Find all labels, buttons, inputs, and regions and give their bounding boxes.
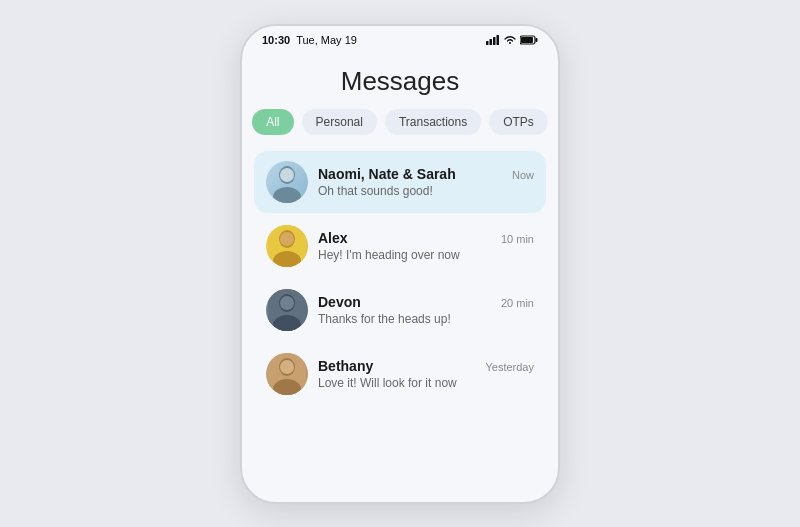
message-item-alex[interactable]: Alex 10 min Hey! I'm heading over now: [254, 215, 546, 277]
svg-point-17: [280, 296, 294, 310]
avatar-naomi: [266, 161, 308, 203]
filter-tab-all[interactable]: All: [252, 109, 293, 135]
filter-tab-transactions[interactable]: Transactions: [385, 109, 481, 135]
avatar-devon: [266, 289, 308, 331]
avatar-alex: [266, 225, 308, 267]
status-time: 10:30: [262, 34, 290, 46]
avatar-bethany: [266, 353, 308, 395]
message-content-devon: Devon 20 min Thanks for the heads up!: [318, 294, 534, 326]
svg-rect-3: [497, 35, 500, 45]
page-title: Messages: [242, 50, 558, 109]
contact-name-devon: Devon: [318, 294, 361, 310]
battery-icon: [520, 35, 538, 45]
message-time-devon: 20 min: [501, 297, 534, 309]
filter-tab-personal[interactable]: Personal: [302, 109, 377, 135]
message-item-devon[interactable]: Devon 20 min Thanks for the heads up!: [254, 279, 546, 341]
status-icons: [486, 35, 538, 45]
wifi-icon: [504, 35, 516, 45]
svg-rect-5: [521, 37, 533, 43]
svg-point-8: [273, 187, 301, 203]
message-preview-bethany: Love it! Will look for it now: [318, 376, 534, 390]
message-time-alex: 10 min: [501, 233, 534, 245]
status-date: Tue, May 19: [296, 34, 357, 46]
message-item-naomi[interactable]: Naomi, Nate & Sarah Now Oh that sounds g…: [254, 151, 546, 213]
message-preview-alex: Hey! I'm heading over now: [318, 248, 534, 262]
message-content-bethany: Bethany Yesterday Love it! Will look for…: [318, 358, 534, 390]
svg-rect-6: [536, 38, 538, 42]
message-list: Naomi, Nate & Sarah Now Oh that sounds g…: [242, 151, 558, 405]
contact-name-alex: Alex: [318, 230, 348, 246]
svg-rect-1: [490, 39, 493, 45]
filter-tab-otps[interactable]: OTPs: [489, 109, 548, 135]
phone-frame: 10:30 Tue, May 19: [240, 24, 560, 504]
message-content-alex: Alex 10 min Hey! I'm heading over now: [318, 230, 534, 262]
signal-icon: [486, 35, 500, 45]
contact-name-naomi: Naomi, Nate & Sarah: [318, 166, 456, 182]
svg-point-13: [280, 232, 294, 246]
svg-rect-2: [493, 37, 496, 45]
status-bar: 10:30 Tue, May 19: [242, 26, 558, 50]
message-preview-naomi: Oh that sounds good!: [318, 184, 534, 198]
contact-name-bethany: Bethany: [318, 358, 373, 374]
svg-rect-0: [486, 41, 489, 45]
filter-tabs: All Personal Transactions OTPs: [242, 109, 558, 151]
message-time-naomi: Now: [512, 169, 534, 181]
message-preview-devon: Thanks for the heads up!: [318, 312, 534, 326]
svg-point-9: [280, 168, 294, 182]
message-time-bethany: Yesterday: [485, 361, 534, 373]
message-content-naomi: Naomi, Nate & Sarah Now Oh that sounds g…: [318, 166, 534, 198]
message-item-bethany[interactable]: Bethany Yesterday Love it! Will look for…: [254, 343, 546, 405]
svg-point-21: [280, 360, 294, 374]
